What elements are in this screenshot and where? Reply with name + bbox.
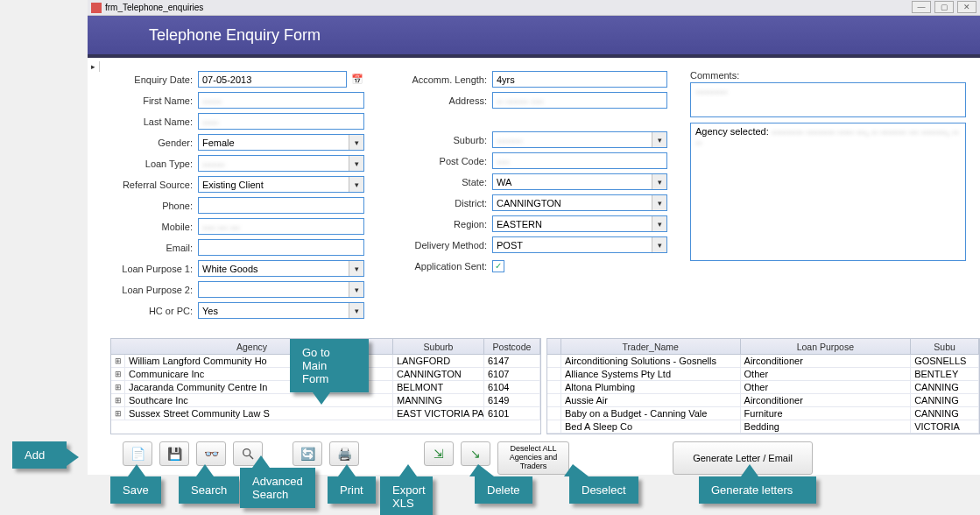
trader-cell[interactable]: Bed A Sleep Co	[561, 420, 741, 433]
record-selector[interactable]: ▸	[88, 61, 100, 72]
email-input[interactable]	[198, 239, 364, 256]
trader-cell[interactable]: Aussie Air	[561, 394, 741, 406]
loan-type-combo[interactable]: -------	[198, 155, 364, 172]
enquiry-date-input[interactable]: 07-05-2013	[198, 71, 347, 88]
delete-button[interactable]: ↘	[461, 441, 490, 466]
purpose-cell[interactable]: Bedding	[741, 420, 912, 433]
hc-pc-combo[interactable]: Yes	[198, 302, 364, 319]
first-name-input[interactable]: ------	[198, 92, 364, 109]
trader-grid-header-suburb[interactable]: Subu	[911, 339, 979, 354]
state-combo[interactable]: WA	[492, 173, 667, 190]
purpose-cell[interactable]: Other	[741, 381, 912, 393]
mobile-input[interactable]: ---- --- ---	[198, 218, 364, 235]
expand-icon[interactable]: ⊞	[111, 355, 125, 367]
trader-grid-row[interactable]: Baby on a Budget - Canning ValeFurniture…	[547, 407, 979, 420]
postcode-cell[interactable]: 6107	[484, 368, 540, 380]
loan-purpose2-combo[interactable]	[198, 281, 364, 298]
purpose-cell[interactable]: Airconditioner	[741, 355, 912, 367]
application-sent-checkbox[interactable]: ✓	[492, 260, 504, 272]
postcode-cell[interactable]: 6101	[484, 407, 540, 420]
trader-grid-row[interactable]: Bed A Sleep CoBeddingVICTORIA	[547, 420, 979, 434]
row-selector[interactable]	[547, 355, 561, 367]
deselect-all-label: Deselect ALL Agencies and Traders	[498, 445, 568, 471]
trader-suburb-cell[interactable]: CANNING	[911, 407, 979, 420]
accomm-length-input[interactable]: 4yrs	[492, 71, 667, 88]
gender-label: Gender:	[102, 138, 198, 148]
row-selector[interactable]	[547, 407, 561, 420]
delivery-method-combo[interactable]: POST	[492, 236, 667, 253]
row-selector[interactable]	[547, 381, 561, 393]
maximize-button[interactable]: ▢	[934, 1, 954, 13]
callout-generate: Generate letters	[699, 476, 816, 504]
referral-source-combo[interactable]: Existing Client	[198, 176, 364, 193]
agency-cell[interactable]: Southcare Inc	[125, 394, 393, 406]
gender-combo[interactable]: Female	[198, 134, 364, 151]
purpose-cell[interactable]: Other	[741, 368, 912, 380]
trader-suburb-cell[interactable]: CANNING	[911, 381, 979, 393]
address-input[interactable]: -- ------- ----	[492, 92, 667, 109]
trader-grid-row[interactable]: Aussie AirAirconditionerCANNING	[547, 394, 979, 407]
trader-suburb-cell[interactable]: VICTORIA	[911, 420, 979, 433]
agency-grid-row[interactable]: ⊞Sussex Street Community Law SEAST VICTO…	[111, 407, 540, 420]
last-name-input[interactable]: -----	[198, 113, 364, 130]
save-button[interactable]: 💾	[159, 441, 189, 466]
form-column-middle: Accomm. Length: 4yrs Address: -- -------…	[387, 70, 667, 322]
comments-textarea[interactable]: ----------	[690, 82, 966, 117]
postcode-input[interactable]: ----	[492, 152, 667, 169]
row-selector[interactable]	[547, 420, 561, 433]
trader-grid-header-trader[interactable]: Trader_Name	[561, 339, 741, 354]
calendar-icon[interactable]: 📅	[350, 73, 364, 87]
close-button[interactable]: ✕	[957, 1, 976, 13]
phone-input[interactable]	[198, 197, 364, 214]
email-label: Email:	[102, 243, 198, 253]
trader-cell[interactable]: Airconditioning Solutions - Gosnells	[561, 355, 741, 367]
suburb-cell[interactable]: EAST VICTORIA PA	[393, 407, 484, 420]
trader-cell[interactable]: Baby on a Budget - Canning Vale	[561, 407, 741, 420]
trader-suburb-cell[interactable]: CANNING	[911, 394, 979, 406]
expand-icon[interactable]: ⊞	[111, 394, 125, 406]
region-combo[interactable]: EASTERN	[492, 215, 667, 232]
agency-grid-header-postcode[interactable]: Postcode	[484, 339, 540, 354]
suburb-cell[interactable]: CANNINGTON	[393, 368, 484, 380]
excel-export-icon: ⇲	[434, 447, 444, 461]
district-combo[interactable]: CANNINGTON	[492, 194, 667, 211]
export-xls-button[interactable]: ⇲	[424, 441, 454, 466]
expand-icon[interactable]: ⊞	[111, 407, 125, 420]
callout-delete: Delete	[475, 476, 532, 504]
agency-grid-header-suburb[interactable]: Suburb	[393, 339, 484, 354]
suburb-cell[interactable]: BELMONT	[393, 381, 484, 393]
suburb-cell[interactable]: LANGFORD	[393, 355, 484, 367]
search-button[interactable]: 👓	[196, 441, 226, 466]
callout-export: Export XLS	[380, 476, 433, 515]
main-form-button[interactable]: 🔄	[293, 441, 322, 466]
row-selector[interactable]	[547, 394, 561, 406]
trader-grid-row[interactable]: Alliance Systems Pty LtdOtherBENTLEY	[547, 368, 979, 381]
purpose-cell[interactable]: Furniture	[741, 407, 912, 420]
expand-icon[interactable]: ⊞	[111, 368, 125, 380]
minimize-button[interactable]: —	[912, 1, 931, 13]
trader-suburb-cell[interactable]: GOSNELLS	[911, 355, 979, 367]
postcode-cell[interactable]: 6104	[484, 381, 540, 393]
trader-grid[interactable]: Trader_Name Loan Purpose Subu Airconditi…	[546, 338, 980, 434]
trader-suburb-cell[interactable]: BENTLEY	[911, 368, 979, 380]
row-selector[interactable]	[547, 368, 561, 380]
agency-selected-textarea[interactable]: Agency selected: ---------- --------- --…	[690, 123, 966, 261]
expand-icon[interactable]: ⊞	[111, 381, 125, 393]
trader-cell[interactable]: Alliance Systems Pty Ltd	[561, 368, 741, 380]
suburb-combo[interactable]: --------	[492, 131, 667, 148]
deselect-all-button[interactable]: Deselect ALL Agencies and Traders	[497, 441, 569, 475]
loan-purpose1-combo[interactable]: White Goods	[198, 260, 364, 277]
form-tab-icon	[91, 3, 102, 13]
postcode-cell[interactable]: 6147	[484, 355, 540, 367]
trader-cell[interactable]: Altona Plumbing	[561, 381, 741, 393]
agency-cell[interactable]: Sussex Street Community Law S	[125, 407, 393, 420]
postcode-cell[interactable]: 6149	[484, 394, 540, 406]
add-button[interactable]: 📄	[123, 441, 152, 466]
trader-grid-row[interactable]: Airconditioning Solutions - GosnellsAirc…	[547, 355, 979, 368]
trader-grid-row[interactable]: Altona PlumbingOtherCANNING	[547, 381, 979, 394]
delivery-method-label: Delivery Method:	[387, 240, 492, 250]
trader-grid-header-purpose[interactable]: Loan Purpose	[741, 339, 912, 354]
purpose-cell[interactable]: Airconditioner	[741, 394, 912, 406]
print-button[interactable]: 🖨️	[329, 441, 359, 466]
suburb-cell[interactable]: MANNING	[393, 394, 484, 406]
